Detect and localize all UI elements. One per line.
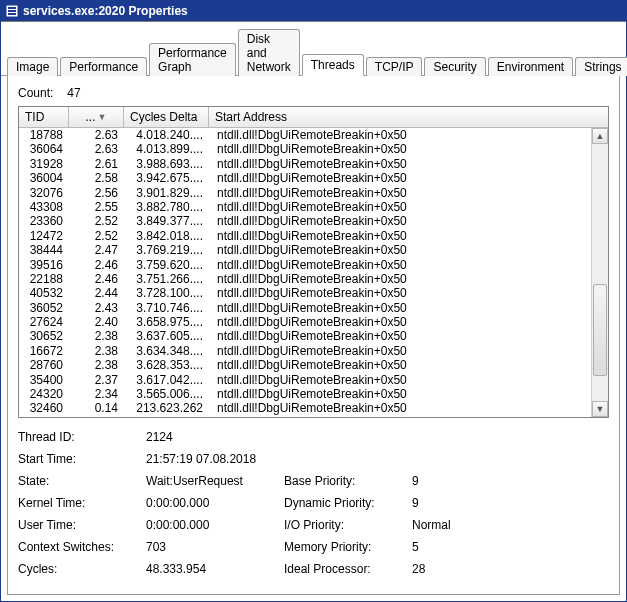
cell-tid: 28760 bbox=[19, 358, 69, 372]
table-row[interactable]: 354002.373.617.042....ntdll.dll!DbgUiRem… bbox=[19, 373, 591, 387]
table-row[interactable]: 124722.523.842.018....ntdll.dll!DbgUiRem… bbox=[19, 229, 591, 243]
table-row[interactable]: 384442.473.769.219....ntdll.dll!DbgUiRem… bbox=[19, 243, 591, 257]
tab-disk-and-network[interactable]: Disk and Network bbox=[238, 29, 300, 76]
cell-addr: ntdll.dll!DbgUiRemoteBreakin+0x50 bbox=[209, 142, 591, 156]
scroll-track[interactable] bbox=[592, 144, 608, 401]
table-row[interactable]: 319282.613.988.693....ntdll.dll!DbgUiRem… bbox=[19, 157, 591, 171]
state-label: State: bbox=[18, 474, 138, 488]
thread-count-row: Count: 47 bbox=[18, 86, 609, 100]
tab-security[interactable]: Security bbox=[424, 57, 485, 76]
app-icon bbox=[5, 4, 19, 18]
table-row[interactable]: 306522.383.637.605....ntdll.dll!DbgUiRem… bbox=[19, 329, 591, 343]
cell-tid: 16672 bbox=[19, 344, 69, 358]
col-cpu-label: ... bbox=[86, 110, 96, 124]
scroll-down-button[interactable]: ▼ bbox=[592, 401, 608, 417]
tab-environment[interactable]: Environment bbox=[488, 57, 573, 76]
table-row[interactable]: 233602.523.849.377....ntdll.dll!DbgUiRem… bbox=[19, 214, 591, 228]
cell-addr: ntdll.dll!DbgUiRemoteBreakin+0x50 bbox=[209, 373, 591, 387]
kernel-time-value: 0:00:00.000 bbox=[146, 496, 276, 510]
cell-cyc: 3.658.975.... bbox=[124, 315, 209, 329]
cell-cyc: 3.769.219.... bbox=[124, 243, 209, 257]
tab-image[interactable]: Image bbox=[7, 57, 58, 76]
col-start-address[interactable]: Start Address bbox=[209, 107, 608, 127]
table-row[interactable]: 360522.433.710.746....ntdll.dll!DbgUiRem… bbox=[19, 301, 591, 315]
scroll-up-button[interactable]: ▲ bbox=[592, 128, 608, 144]
cell-addr: ntdll.dll!DbgUiRemoteBreakin+0x50 bbox=[209, 214, 591, 228]
table-row[interactable]: 221882.463.751.266....ntdll.dll!DbgUiRem… bbox=[19, 272, 591, 286]
cell-tid: 24320 bbox=[19, 387, 69, 401]
table-row[interactable]: 360042.583.942.675....ntdll.dll!DbgUiRem… bbox=[19, 171, 591, 185]
table-row[interactable]: 276242.403.658.975....ntdll.dll!DbgUiRem… bbox=[19, 315, 591, 329]
tab-tcpip[interactable]: TCP/IP bbox=[366, 57, 423, 76]
table-row[interactable]: 433082.553.882.780....ntdll.dll!DbgUiRem… bbox=[19, 200, 591, 214]
cell-addr: ntdll.dll!DbgUiRemoteBreakin+0x50 bbox=[209, 243, 591, 257]
cell-spc: 2.40 bbox=[69, 315, 124, 329]
client-area: Image Performance Performance Graph Disk… bbox=[1, 21, 626, 601]
cell-cyc: 3.849.377.... bbox=[124, 214, 209, 228]
cell-spc: 2.34 bbox=[69, 387, 124, 401]
table-row[interactable]: 320762.563.901.829....ntdll.dll!DbgUiRem… bbox=[19, 186, 591, 200]
cell-tid: 32076 bbox=[19, 186, 69, 200]
table-row[interactable]: 324600.14213.623.262ntdll.dll!DbgUiRemot… bbox=[19, 401, 591, 415]
scroll-thumb[interactable] bbox=[593, 284, 607, 376]
cell-tid: 43308 bbox=[19, 200, 69, 214]
cell-cyc: 3.634.348.... bbox=[124, 344, 209, 358]
cell-tid: 23360 bbox=[19, 214, 69, 228]
cell-tid: 39516 bbox=[19, 258, 69, 272]
tab-strings[interactable]: Strings bbox=[575, 57, 627, 76]
cell-addr: ntdll.dll!DbgUiRemoteBreakin+0x50 bbox=[209, 358, 591, 372]
thread-id-value: 2124 bbox=[146, 430, 276, 444]
table-row[interactable]: 42252< 0.01123.945ntdll.dll!DbgUiRemoteB… bbox=[19, 416, 591, 417]
cell-cyc: 3.565.006.... bbox=[124, 387, 209, 401]
cell-cyc: 3.617.042.... bbox=[124, 373, 209, 387]
dynamic-priority-label: Dynamic Priority: bbox=[284, 496, 404, 510]
vertical-scrollbar[interactable]: ▲ ▼ bbox=[591, 128, 608, 417]
cell-addr: ntdll.dll!DbgUiRemoteBreakin+0x50 bbox=[209, 286, 591, 300]
cell-tid: 31928 bbox=[19, 157, 69, 171]
tab-threads[interactable]: Threads bbox=[302, 54, 364, 76]
table-row[interactable]: 243202.343.565.006....ntdll.dll!DbgUiRem… bbox=[19, 387, 591, 401]
cell-cyc: 3.728.100.... bbox=[124, 286, 209, 300]
io-priority-value: Normal bbox=[412, 518, 472, 532]
cell-spc: 2.37 bbox=[69, 373, 124, 387]
col-cpu[interactable]: ... ▼ bbox=[69, 107, 124, 127]
thread-id-label: Thread ID: bbox=[18, 430, 138, 444]
cell-spc: 2.61 bbox=[69, 157, 124, 171]
cell-tid: 30652 bbox=[19, 329, 69, 343]
cell-tid: 18788 bbox=[19, 128, 69, 142]
window-title: services.exe:2020 Properties bbox=[23, 4, 188, 18]
cell-tid: 36064 bbox=[19, 142, 69, 156]
tab-performance-graph[interactable]: Performance Graph bbox=[149, 43, 236, 76]
ideal-processor-label: Ideal Processor: bbox=[284, 562, 404, 576]
table-row[interactable]: 405322.443.728.100....ntdll.dll!DbgUiRem… bbox=[19, 286, 591, 300]
cell-cyc: 3.637.605.... bbox=[124, 329, 209, 343]
cell-tid: 12472 bbox=[19, 229, 69, 243]
cell-tid: 36004 bbox=[19, 171, 69, 185]
cell-addr: ntdll.dll!DbgUiRemoteBreakin+0x50 bbox=[209, 157, 591, 171]
cell-cyc: 3.882.780.... bbox=[124, 200, 209, 214]
count-label: Count: bbox=[18, 86, 53, 100]
table-row[interactable]: 166722.383.634.348....ntdll.dll!DbgUiRem… bbox=[19, 344, 591, 358]
cell-cyc: 3.942.675.... bbox=[124, 171, 209, 185]
tab-performance[interactable]: Performance bbox=[60, 57, 147, 76]
table-row[interactable]: 360642.634.013.899....ntdll.dll!DbgUiRem… bbox=[19, 142, 591, 156]
col-cycles-delta[interactable]: Cycles Delta bbox=[124, 107, 209, 127]
cell-cyc: 3.988.693.... bbox=[124, 157, 209, 171]
cell-cyc: 3.901.829.... bbox=[124, 186, 209, 200]
memory-priority-value: 5 bbox=[412, 540, 472, 554]
context-switches-label: Context Switches: bbox=[18, 540, 138, 554]
col-tid[interactable]: TID bbox=[19, 107, 69, 127]
table-row[interactable]: 395162.463.759.620....ntdll.dll!DbgUiRem… bbox=[19, 258, 591, 272]
titlebar[interactable]: services.exe:2020 Properties bbox=[1, 1, 626, 21]
cell-spc: 2.63 bbox=[69, 128, 124, 142]
count-value: 47 bbox=[67, 86, 80, 100]
cell-addr: ntdll.dll!DbgUiRemoteBreakin+0x50 bbox=[209, 329, 591, 343]
start-time-value: 21:57:19 07.08.2018 bbox=[146, 452, 472, 466]
table-row[interactable]: 287602.383.628.353....ntdll.dll!DbgUiRem… bbox=[19, 358, 591, 372]
start-time-label: Start Time: bbox=[18, 452, 138, 466]
table-row[interactable]: 187882.634.018.240....ntdll.dll!DbgUiRem… bbox=[19, 128, 591, 142]
thread-list-body[interactable]: 187882.634.018.240....ntdll.dll!DbgUiRem… bbox=[19, 128, 591, 417]
cell-cyc: 3.759.620.... bbox=[124, 258, 209, 272]
cell-addr: ntdll.dll!DbgUiRemoteBreakin+0x50 bbox=[209, 128, 591, 142]
properties-window: services.exe:2020 Properties Image Perfo… bbox=[0, 0, 627, 602]
